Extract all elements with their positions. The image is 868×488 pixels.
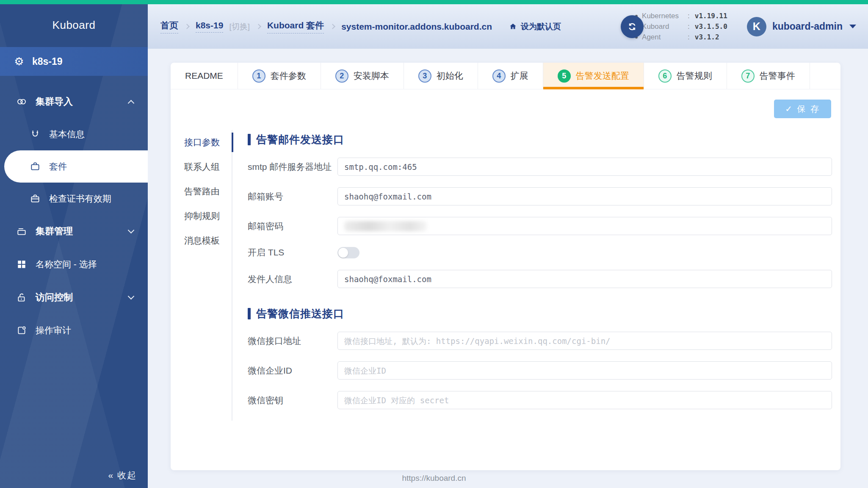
user-menu[interactable]: K kuboard-admin bbox=[747, 17, 856, 36]
interface-params-form: 告警邮件发送接口 smtp 邮件服务器地址 邮箱账号 邮箱密码 bbox=[232, 130, 832, 421]
version-value: v1.19.11 bbox=[695, 11, 727, 21]
magnet-icon bbox=[30, 129, 41, 140]
sidebar-item-audit[interactable]: 操作审计 bbox=[0, 314, 148, 347]
caret-down-icon bbox=[849, 25, 856, 28]
tab-alert-events[interactable]: 7 告警事件 bbox=[727, 63, 810, 89]
tab-alert-send-config[interactable]: 5 告警发送配置 bbox=[543, 63, 644, 89]
chevron-down-icon bbox=[128, 293, 135, 299]
home-icon bbox=[509, 22, 517, 30]
email-section-title: 告警邮件发送接口 bbox=[256, 133, 344, 147]
tab-label: 安装脚本 bbox=[354, 70, 389, 82]
sidebar-item-access-control[interactable]: 访问控制 bbox=[0, 281, 148, 314]
version-value: v3.1.5.0 bbox=[695, 21, 727, 32]
grid-icon bbox=[16, 259, 27, 270]
sidebar-item-label: 访问控制 bbox=[36, 291, 73, 304]
box-icon bbox=[16, 226, 27, 237]
breadcrumb-separator-icon bbox=[256, 24, 261, 29]
link-icon bbox=[16, 96, 27, 107]
step-number-icon: 7 bbox=[741, 69, 755, 83]
tab-readme[interactable]: README bbox=[171, 63, 238, 89]
tab-extend[interactable]: 4 扩展 bbox=[478, 63, 543, 89]
nav-item-interface-params[interactable]: 接口参数 bbox=[184, 130, 225, 155]
wechat-api-label: 微信接口地址 bbox=[248, 335, 337, 347]
version-value: v3.1.2 bbox=[695, 32, 719, 42]
breadcrumb-section[interactable]: Kuboard 套件 bbox=[267, 19, 324, 33]
breadcrumb-separator-icon bbox=[330, 24, 335, 29]
breadcrumb-switch-link[interactable]: [切换] bbox=[229, 21, 250, 32]
save-button[interactable]: ✓ 保 存 bbox=[774, 100, 831, 118]
version-info: Kubernetes : v1.19.11 Kuboard : v3.1.5.0… bbox=[635, 11, 727, 42]
email-account-input[interactable] bbox=[337, 187, 832, 205]
set-default-label: 设为默认页 bbox=[521, 21, 561, 32]
breadcrumb-separator-icon bbox=[184, 24, 190, 29]
sidebar: Kuboard ⚙ k8s-19 集群导入 基本信息 套件 检查证书有效期 bbox=[0, 4, 148, 488]
wechat-section-title: 告警微信推送接口 bbox=[256, 307, 344, 321]
wechat-api-input[interactable] bbox=[337, 332, 832, 350]
step-number-icon: 2 bbox=[335, 69, 348, 83]
wechat-corpid-label: 微信企业ID bbox=[248, 365, 337, 377]
version-name: Kubernetes bbox=[642, 11, 686, 21]
tab-label: 初始化 bbox=[437, 70, 463, 82]
tls-toggle[interactable] bbox=[337, 247, 359, 258]
audit-icon bbox=[16, 325, 27, 336]
breadcrumb-home[interactable]: 首页 bbox=[160, 19, 178, 33]
wechat-secret-input[interactable] bbox=[337, 391, 832, 409]
tab-install-script[interactable]: 2 安装脚本 bbox=[321, 63, 404, 89]
redacted-password-blur bbox=[344, 221, 427, 231]
step-number-icon: 5 bbox=[558, 69, 571, 83]
refresh-icon bbox=[627, 22, 637, 32]
set-default-page-button[interactable]: 设为默认页 bbox=[509, 21, 561, 32]
nav-item-contact-groups[interactable]: 联系人组 bbox=[184, 155, 225, 179]
tab-package-params[interactable]: 1 套件参数 bbox=[238, 63, 321, 89]
sidebar-item-label: 集群管理 bbox=[36, 225, 73, 238]
chevron-up-icon bbox=[128, 100, 135, 106]
sidebar-item-check-cert[interactable]: 检查证书有效期 bbox=[0, 183, 148, 215]
sidebar-menu: 集群导入 基本信息 套件 检查证书有效期 集群管理 名 bbox=[0, 85, 148, 347]
sidebar-item-label: 名称空间 - 选择 bbox=[36, 258, 97, 270]
gear-icon: ⚙ bbox=[14, 56, 25, 67]
sidebar-item-namespace[interactable]: 名称空间 - 选择 bbox=[0, 248, 148, 281]
tab-alert-rules[interactable]: 6 告警规则 bbox=[644, 63, 727, 89]
version-row: Kuboard : v3.1.5.0 bbox=[635, 21, 727, 32]
top-accent-bar bbox=[0, 0, 868, 4]
sender-info-input[interactable] bbox=[337, 270, 832, 288]
version-name: Agent bbox=[642, 32, 686, 42]
sidebar-item-label: 集群导入 bbox=[36, 95, 73, 108]
tab-init[interactable]: 3 初始化 bbox=[404, 63, 478, 89]
nav-item-alert-routes[interactable]: 告警路由 bbox=[184, 179, 225, 204]
sidebar-item-cluster-import[interactable]: 集群导入 bbox=[0, 85, 148, 118]
version-row: Agent : v3.1.2 bbox=[635, 32, 727, 42]
smtp-server-input[interactable] bbox=[337, 158, 832, 176]
active-indicator bbox=[232, 133, 233, 152]
footer-link[interactable]: https://kuboard.cn bbox=[0, 474, 868, 483]
nav-item-message-templates[interactable]: 消息模板 bbox=[184, 228, 225, 253]
step-number-icon: 3 bbox=[418, 69, 431, 83]
tab-label: 套件参数 bbox=[271, 70, 306, 82]
tab-label: 告警发送配置 bbox=[576, 70, 629, 82]
breadcrumb-cluster[interactable]: k8s-19 bbox=[196, 20, 223, 33]
section-bar bbox=[248, 134, 251, 145]
refresh-button[interactable] bbox=[621, 15, 644, 38]
briefcase-icon bbox=[30, 161, 41, 172]
cluster-label: k8s-19 bbox=[32, 56, 63, 67]
smtp-server-label: smtp 邮件服务器地址 bbox=[248, 161, 337, 173]
sidebar-item-cluster-manage[interactable]: 集群管理 bbox=[0, 215, 148, 248]
sender-info-label: 发件人信息 bbox=[248, 273, 337, 285]
sidebar-item-packages[interactable]: 套件 bbox=[4, 150, 148, 183]
kuboard-logo[interactable]: Kuboard bbox=[0, 19, 148, 32]
package-detail-card: README 1 套件参数 2 安装脚本 3 初始化 4 扩展 bbox=[171, 63, 840, 470]
sidebar-item-cluster-k8s-19[interactable]: ⚙ k8s-19 bbox=[0, 47, 148, 76]
nav-item-inhibit-rules[interactable]: 抑制规则 bbox=[184, 204, 225, 228]
sidebar-item-basic-info[interactable]: 基本信息 bbox=[0, 118, 148, 150]
email-account-label: 邮箱账号 bbox=[248, 191, 337, 202]
tab-label: 扩展 bbox=[511, 70, 528, 82]
sidebar-item-label: 套件 bbox=[49, 161, 67, 172]
tab-label: 告警事件 bbox=[760, 70, 795, 82]
wechat-corpid-input[interactable] bbox=[337, 361, 832, 380]
version-row: Kubernetes : v1.19.11 bbox=[635, 11, 727, 21]
sidebar-item-label: 操作审计 bbox=[36, 324, 71, 336]
tab-label: 告警规则 bbox=[677, 70, 712, 82]
toggle-knob-icon bbox=[338, 248, 348, 258]
email-password-input[interactable] bbox=[337, 217, 832, 235]
avatar: K bbox=[747, 17, 766, 36]
